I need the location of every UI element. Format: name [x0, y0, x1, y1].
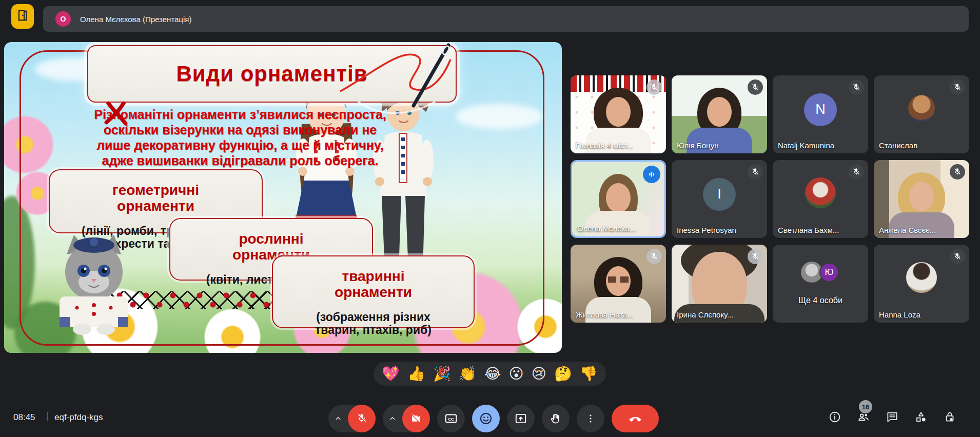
mic-off-icon: [751, 83, 760, 92]
participant-tile-gimnaziya[interactable]: Гімназія 4 міст...: [571, 75, 666, 153]
host-controls-button[interactable]: [943, 410, 956, 424]
smiley-icon: [479, 411, 493, 426]
mic-toggle-button[interactable]: [348, 405, 376, 432]
mic-muted-badge: [849, 164, 864, 180]
meet-home-button[interactable]: [11, 4, 34, 29]
mic-off-icon: [953, 252, 962, 261]
avatar: N: [804, 93, 837, 126]
side-panel-buttons: 16: [828, 410, 956, 424]
mic-muted-badge: [950, 164, 965, 180]
overflow-avatars: Ю: [801, 262, 840, 284]
reactions-button[interactable]: [472, 405, 500, 432]
mic-muted-badge: [748, 164, 763, 180]
reaction-clap[interactable]: 👏: [459, 367, 477, 381]
mic-off-icon: [953, 167, 962, 176]
participants-grid: Гімназія 4 міст... Юлія Боцун N Natalj K…: [571, 75, 969, 323]
participant-tile-zhytlova[interactable]: Житлова Ната...: [571, 245, 666, 323]
mic-off-icon: [953, 83, 962, 92]
cat-illustration: [40, 231, 148, 336]
avatar: [908, 95, 935, 122]
participant-tile-inessa[interactable]: I Inessa Petrosyan: [672, 160, 767, 238]
camera-off-icon: [410, 413, 422, 424]
activities-button[interactable]: [914, 410, 928, 424]
reaction-sparkling-heart[interactable]: 💖: [382, 367, 400, 381]
box-subtitle: (зображення різних тварин, птахів, риб): [273, 311, 474, 337]
participant-name: Ірина Слєпоку...: [677, 310, 734, 319]
participant-tile-iryna[interactable]: Ірина Слєпоку...: [672, 245, 767, 323]
glasses: [608, 276, 629, 283]
shared-presentation[interactable]: Різноманітні орнаменти з’явилися неспрос…: [4, 42, 562, 353]
raise-hand-button[interactable]: [542, 405, 570, 432]
call-controls: CC: [328, 405, 659, 432]
chevron-up-icon: [388, 414, 397, 423]
participant-tile-svetlana[interactable]: Светлана Бахм...: [773, 160, 868, 238]
needle-and-thread-icon: [338, 42, 461, 129]
chat-button[interactable]: [886, 410, 899, 424]
meet-window: O Олена Мєлєхова (Презентація): [0, 0, 980, 437]
participant-name: Станислав: [879, 141, 917, 150]
present-button[interactable]: [507, 405, 535, 432]
meeting-code: eqf-pfdq-kgs: [54, 412, 103, 423]
participant-name: Hanna Loza: [879, 310, 920, 319]
mic-off-icon: [751, 252, 760, 261]
present-screen-icon: [514, 412, 527, 425]
participant-tile-anzhela[interactable]: Анжела Євсєє...: [874, 160, 969, 238]
mic-muted-badge: [950, 80, 965, 95]
mic-off-icon: [852, 167, 861, 176]
reaction-laugh[interactable]: 😂: [484, 367, 501, 381]
box-title: тваринні орнаменти: [273, 269, 474, 301]
svg-text:CC: CC: [448, 417, 454, 422]
end-call-button[interactable]: [612, 405, 659, 432]
mic-control-group: [328, 405, 376, 432]
participant-tile-hanna[interactable]: Hanna Loza: [874, 245, 969, 323]
meeting-details-button[interactable]: [828, 410, 841, 424]
mic-options-button[interactable]: [328, 414, 348, 423]
participant-count-badge: 16: [859, 400, 872, 413]
face: [707, 97, 732, 127]
reaction-party-popper[interactable]: 🎉: [433, 367, 451, 381]
participant-tile-natalj[interactable]: N Natalj Kamunina: [773, 75, 868, 153]
avatar: [805, 177, 836, 208]
camera-control-group: [383, 405, 430, 432]
camera-toggle-button[interactable]: [402, 405, 430, 432]
mic-off-icon: [356, 413, 367, 424]
vertical-dots-icon: [584, 412, 597, 425]
overflow-label: Ще 4 особи: [773, 296, 868, 305]
participant-name: Юлія Боцун: [677, 141, 718, 150]
participant-tile-olena[interactable]: Олена Мєлєхо...: [571, 160, 666, 238]
mic-muted-badge: [849, 80, 864, 95]
hand-icon: [549, 412, 562, 425]
participant-tile-stanislav[interactable]: Станислав: [874, 75, 969, 153]
participant-tile-yuliya[interactable]: Юлія Боцун: [672, 75, 767, 153]
footer-divider: |: [46, 410, 49, 421]
reaction-thumbs-down[interactable]: 👎: [580, 367, 598, 381]
mic-muted-badge: [748, 249, 763, 264]
avatar: I: [703, 178, 736, 211]
activities-shapes-icon: [914, 410, 928, 424]
participant-tile-overflow[interactable]: Ю Ще 4 особи: [773, 245, 868, 323]
face: [606, 183, 631, 213]
participant-name: Гімназія 4 міст...: [576, 141, 633, 150]
reaction-thinking[interactable]: 🤔: [554, 367, 572, 381]
participant-name: Inessa Petrosyan: [677, 226, 736, 234]
more-options-button[interactable]: [577, 405, 604, 432]
presenter-avatar: O: [55, 11, 71, 27]
door-icon: [15, 8, 30, 25]
captions-button[interactable]: CC: [437, 405, 465, 432]
audio-bars-icon: [646, 169, 657, 180]
face: [606, 97, 631, 127]
participant-name: Светлана Бахм...: [778, 226, 839, 234]
presenter-initial: O: [61, 15, 66, 23]
mic-muted-badge: [646, 80, 662, 95]
reaction-crying[interactable]: 😢: [532, 367, 546, 381]
reaction-thumbs-up[interactable]: 👍: [407, 367, 425, 381]
cross-stitch-icon: [102, 98, 130, 129]
presenter-banner: O Олена Мєлєхова (Презентація): [43, 6, 969, 32]
mic-muted-badge: [748, 80, 763, 95]
speaking-indicator-badge: [643, 166, 660, 183]
reaction-surprised[interactable]: 😮: [508, 367, 523, 381]
avatar: Ю: [819, 263, 839, 282]
camera-options-button[interactable]: [383, 414, 402, 423]
participant-name: Олена Мєлєхо...: [577, 224, 636, 233]
participant-name: Natalj Kamunina: [778, 141, 834, 150]
